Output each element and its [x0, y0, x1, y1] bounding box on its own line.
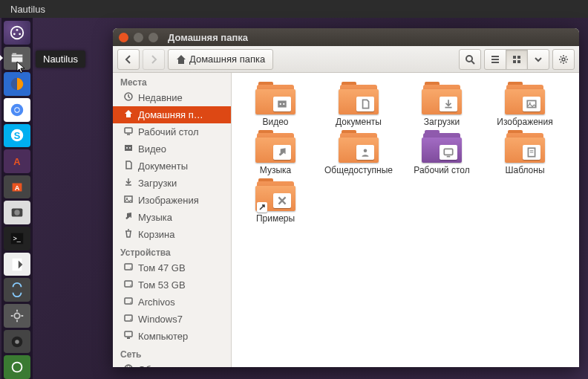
- svg-rect-42: [125, 196, 132, 202]
- launcher-files[interactable]: [4, 47, 30, 71]
- sidebar-item-label: Archivos: [138, 297, 175, 308]
- close-button[interactable]: [119, 33, 128, 42]
- svg-rect-48: [125, 298, 132, 304]
- sidebar-item[interactable]: Изображения: [113, 192, 231, 209]
- clock-icon: [123, 91, 134, 104]
- back-button[interactable]: [117, 49, 140, 70]
- folder-item[interactable]: Музыка: [241, 130, 310, 175]
- launcher-software-center[interactable]: A: [4, 175, 30, 199]
- menubar[interactable]: Nautilus: [0, 0, 588, 18]
- folder-label: Рабочий стол: [414, 165, 469, 175]
- sidebar-item[interactable]: Видео: [113, 140, 231, 158]
- launcher-settings-2[interactable]: [4, 330, 30, 354]
- nautilus-window: Домашняя папка Домашняя папка: [113, 28, 579, 367]
- folder-icon: [255, 130, 295, 163]
- folder-icon: [255, 178, 295, 211]
- sidebar-item[interactable]: Archivos: [113, 294, 231, 311]
- home-icon: [176, 54, 186, 65]
- sidebar-item-label: Домашняя п…: [138, 109, 203, 120]
- sidebar-item[interactable]: Домашняя п…: [113, 106, 231, 123]
- sidebar-section-title: Сеть: [113, 345, 231, 361]
- folder-item[interactable]: Видео: [241, 82, 310, 127]
- folder-item[interactable]: Рабочий стол: [407, 130, 477, 175]
- sidebar-item-label: Windows7: [138, 314, 183, 325]
- launcher-software-updater[interactable]: A: [4, 149, 30, 173]
- grid-icon: [512, 54, 522, 65]
- launcher-text-editor[interactable]: [4, 253, 30, 276]
- disk-icon: [123, 279, 134, 291]
- list-view-button[interactable]: [484, 49, 506, 70]
- launcher-screenshot[interactable]: [4, 201, 30, 224]
- search-icon: [465, 54, 475, 65]
- launcher-terminal[interactable]: >_: [4, 227, 30, 250]
- sidebar-item[interactable]: Том 47 GB: [113, 259, 231, 276]
- sidebar-item[interactable]: Том 53 GB: [113, 276, 231, 294]
- sidebar-item[interactable]: Недавние: [113, 89, 231, 106]
- folder-item[interactable]: Шаблоны: [490, 130, 560, 175]
- svg-rect-34: [517, 60, 520, 63]
- maximize-button[interactable]: [148, 33, 158, 42]
- svg-point-60: [364, 149, 368, 152]
- folder-item[interactable]: Общедоступные: [324, 130, 393, 175]
- sidebar-item-label: Музыка: [138, 212, 172, 223]
- image-icon: [123, 194, 134, 207]
- svg-rect-44: [125, 264, 132, 270]
- folder-icon: [422, 82, 462, 114]
- titlebar[interactable]: Домашняя папка: [113, 28, 579, 46]
- folder-item[interactable]: Примеры: [241, 178, 310, 224]
- sidebar-item-label: Рабочий стол: [138, 126, 199, 137]
- svg-rect-31: [513, 56, 516, 59]
- folder-item[interactable]: Документы: [324, 82, 393, 127]
- sidebar-item[interactable]: Windows7: [113, 311, 231, 328]
- disk-icon: [123, 262, 134, 274]
- svg-rect-55: [278, 100, 286, 107]
- svg-point-41: [129, 147, 131, 149]
- sidebar-item[interactable]: Загрузки: [113, 175, 231, 192]
- toolbar: Домашняя папка: [113, 46, 579, 73]
- search-button[interactable]: [459, 49, 481, 70]
- sidebar-item[interactable]: Рабочий стол: [113, 123, 231, 140]
- svg-point-3: [19, 33, 21, 35]
- disk-icon: [123, 313, 134, 325]
- svg-point-47: [130, 285, 131, 286]
- sidebar-item-label: Обзор сети: [138, 364, 189, 367]
- launcher-firefox[interactable]: [4, 72, 30, 96]
- launcher-sync[interactable]: [4, 278, 30, 302]
- menubar-app[interactable]: Nautilus: [6, 4, 50, 15]
- sidebar-item[interactable]: Обзор сети: [113, 361, 231, 367]
- svg-point-35: [562, 58, 565, 61]
- svg-rect-50: [125, 315, 132, 321]
- menu-button[interactable]: [552, 49, 575, 70]
- window-title: Домашняя папка: [168, 32, 248, 43]
- grid-view-button[interactable]: [506, 49, 528, 70]
- minimize-button[interactable]: [134, 33, 143, 42]
- launcher-settings-1[interactable]: [4, 304, 30, 328]
- sidebar-item[interactable]: Документы: [113, 158, 231, 175]
- svg-point-56: [280, 103, 281, 105]
- svg-text:A: A: [13, 156, 20, 167]
- folder-grid[interactable]: ВидеоДокументыЗагрузкиИзображенияМузыкаО…: [232, 73, 579, 367]
- launcher-dash[interactable]: [4, 21, 30, 45]
- folder-icon: [505, 82, 545, 114]
- sidebar-item[interactable]: Музыка: [113, 209, 231, 226]
- folder-item[interactable]: Изображения: [490, 82, 560, 127]
- launcher-chromium[interactable]: [4, 98, 30, 122]
- launcher-skype[interactable]: S: [4, 124, 30, 148]
- video-icon: [123, 143, 134, 155]
- svg-rect-39: [125, 145, 132, 151]
- svg-point-25: [13, 363, 22, 372]
- folder-icon: [505, 130, 545, 163]
- sidebar-item-label: Том 47 GB: [138, 262, 186, 273]
- folder-label: Примеры: [256, 213, 295, 224]
- sidebar-item[interactable]: Корзина: [113, 226, 231, 243]
- svg-rect-53: [127, 337, 130, 339]
- launcher-control[interactable]: [4, 355, 30, 379]
- chevron-down-icon: [535, 56, 542, 63]
- svg-rect-32: [517, 56, 520, 59]
- sidebar-item[interactable]: Компьютер: [113, 328, 231, 345]
- path-button[interactable]: Домашняя папка: [168, 49, 273, 70]
- folder-item[interactable]: Загрузки: [407, 82, 477, 127]
- forward-button[interactable]: [143, 49, 165, 70]
- music-icon: [273, 145, 291, 160]
- view-dropdown-button[interactable]: [527, 49, 549, 70]
